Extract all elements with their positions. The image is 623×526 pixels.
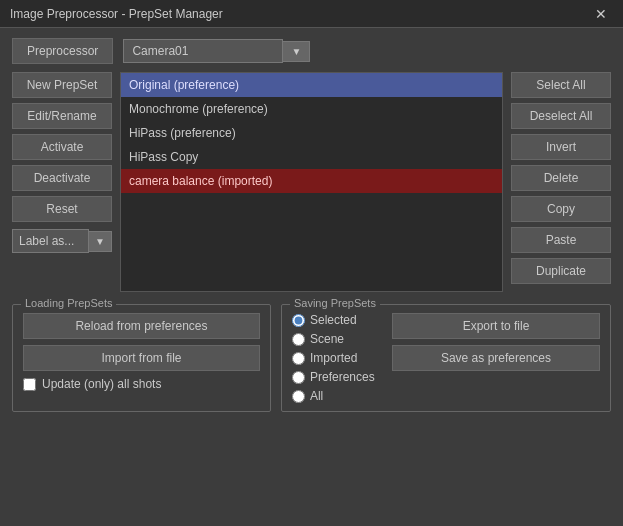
main-content: Preprocessor Camera01 Camera02 Camera03 … bbox=[0, 28, 623, 422]
radio-selected-label: Selected bbox=[310, 313, 357, 327]
close-button[interactable]: ✕ bbox=[589, 4, 613, 24]
saving-inner: Selected Scene Imported Preferences All bbox=[292, 313, 600, 403]
radio-scene-row[interactable]: Scene bbox=[292, 332, 382, 346]
delete-button[interactable]: Delete bbox=[511, 165, 611, 191]
radio-selected[interactable] bbox=[292, 314, 305, 327]
update-all-shots-row: Update (only) all shots bbox=[23, 377, 260, 391]
new-prepset-button[interactable]: New PrepSet bbox=[12, 72, 112, 98]
radio-all[interactable] bbox=[292, 390, 305, 403]
reload-from-preferences-button[interactable]: Reload from preferences bbox=[23, 313, 260, 339]
radio-scene-label: Scene bbox=[310, 332, 344, 346]
loading-panel-title: Loading PrepSets bbox=[21, 297, 116, 309]
saving-prepsets-panel: Saving PrepSets Selected Scene Imported … bbox=[281, 304, 611, 412]
label-dropdown-arrow-icon: ▼ bbox=[89, 231, 112, 252]
update-all-shots-checkbox[interactable] bbox=[23, 378, 36, 391]
radio-preferences[interactable] bbox=[292, 371, 305, 384]
prepset-list[interactable]: Original (preference) Monochrome (prefer… bbox=[120, 72, 503, 292]
radio-imported[interactable] bbox=[292, 352, 305, 365]
import-from-file-button[interactable]: Import from file bbox=[23, 345, 260, 371]
list-item[interactable]: camera balance (imported) bbox=[121, 169, 502, 193]
invert-button[interactable]: Invert bbox=[511, 134, 611, 160]
activate-button[interactable]: Activate bbox=[12, 134, 112, 160]
left-button-panel: New PrepSet Edit/Rename Activate Deactiv… bbox=[12, 72, 112, 292]
list-item[interactable]: HiPass (preference) bbox=[121, 121, 502, 145]
deselect-all-button[interactable]: Deselect All bbox=[511, 103, 611, 129]
saving-action-buttons: Export to file Save as preferences bbox=[392, 313, 600, 403]
camera-select[interactable]: Camera01 Camera02 Camera03 bbox=[123, 39, 283, 63]
list-item[interactable]: HiPass Copy bbox=[121, 145, 502, 169]
deactivate-button[interactable]: Deactivate bbox=[12, 165, 112, 191]
update-all-shots-label: Update (only) all shots bbox=[42, 377, 161, 391]
copy-button[interactable]: Copy bbox=[511, 196, 611, 222]
middle-section: New PrepSet Edit/Rename Activate Deactiv… bbox=[12, 72, 611, 292]
radio-preferences-label: Preferences bbox=[310, 370, 375, 384]
radio-imported-row[interactable]: Imported bbox=[292, 351, 382, 365]
saving-radio-group: Selected Scene Imported Preferences All bbox=[292, 313, 382, 403]
duplicate-button[interactable]: Duplicate bbox=[511, 258, 611, 284]
right-button-panel: Select All Deselect All Invert Delete Co… bbox=[511, 72, 611, 292]
radio-all-label: All bbox=[310, 389, 323, 403]
saving-panel-title: Saving PrepSets bbox=[290, 297, 380, 309]
select-all-button[interactable]: Select All bbox=[511, 72, 611, 98]
radio-imported-label: Imported bbox=[310, 351, 357, 365]
list-item[interactable]: Monochrome (preference) bbox=[121, 97, 502, 121]
save-as-preferences-button[interactable]: Save as preferences bbox=[392, 345, 600, 371]
top-row: Preprocessor Camera01 Camera02 Camera03 … bbox=[12, 38, 611, 64]
list-item[interactable]: Original (preference) bbox=[121, 73, 502, 97]
radio-selected-row[interactable]: Selected bbox=[292, 313, 382, 327]
bottom-section: Loading PrepSets Reload from preferences… bbox=[12, 304, 611, 412]
camera-dropdown: Camera01 Camera02 Camera03 ▼ bbox=[123, 39, 310, 63]
camera-dropdown-arrow-icon: ▼ bbox=[283, 41, 310, 62]
radio-scene[interactable] bbox=[292, 333, 305, 346]
radio-all-row[interactable]: All bbox=[292, 389, 382, 403]
preprocessor-button[interactable]: Preprocessor bbox=[12, 38, 113, 64]
paste-button[interactable]: Paste bbox=[511, 227, 611, 253]
reset-button[interactable]: Reset bbox=[12, 196, 112, 222]
export-to-file-button[interactable]: Export to file bbox=[392, 313, 600, 339]
window-title: Image Preprocessor - PrepSet Manager bbox=[10, 7, 223, 21]
loading-prepsets-panel: Loading PrepSets Reload from preferences… bbox=[12, 304, 271, 412]
radio-preferences-row[interactable]: Preferences bbox=[292, 370, 382, 384]
label-as-select[interactable]: Label as... bbox=[12, 229, 89, 253]
edit-rename-button[interactable]: Edit/Rename bbox=[12, 103, 112, 129]
title-bar: Image Preprocessor - PrepSet Manager ✕ bbox=[0, 0, 623, 28]
label-as-dropdown: Label as... ▼ bbox=[12, 229, 112, 253]
